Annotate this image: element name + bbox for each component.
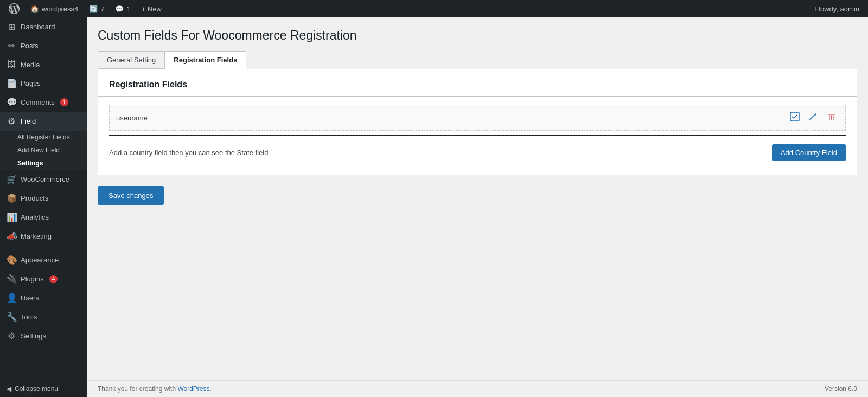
field-check-button[interactable] (788, 111, 802, 125)
edit-icon (808, 112, 818, 121)
field-actions (788, 111, 839, 125)
svg-rect-2 (829, 115, 830, 120)
settings-icon: ⚙ (7, 331, 16, 341)
field-delete-button[interactable] (825, 111, 839, 125)
media-icon: 🖼 (7, 60, 16, 69)
pages-icon: 📄 (7, 78, 16, 88)
comments-badge: 1 (60, 98, 69, 106)
svg-rect-3 (831, 115, 832, 120)
users-icon: 👤 (7, 293, 16, 303)
updates-icon: 🔄 (89, 5, 98, 13)
section-divider (98, 96, 857, 97)
country-message: Add a country field then you can see the… (109, 149, 268, 157)
footer-thanks: Thank you for creating with WordPress. (98, 385, 212, 393)
sidebar-item-pages[interactable]: 📄 Pages (0, 74, 87, 93)
section-title: Registration Fields (109, 80, 846, 89)
submenu-all-register-fields[interactable]: All Register Fields (0, 131, 87, 144)
field-name-username: username (116, 114, 788, 122)
sidebar-item-appearance[interactable]: 🎨 Appearance (0, 251, 87, 270)
table-row: username (109, 105, 846, 131)
collapse-menu-button[interactable]: ◀ Collapse menu (0, 381, 87, 397)
products-icon: 📦 (7, 193, 16, 203)
home-icon: 🏠 (30, 5, 39, 13)
analytics-icon: 📊 (7, 212, 16, 222)
admin-bar: 🏠 wordpress4 🔄 7 💬 1 + New Howdy, admin (0, 0, 868, 17)
field-submenu: All Register Fields Add New Field Settin… (0, 131, 87, 170)
field-edit-button[interactable] (806, 111, 820, 125)
marketing-icon: 📣 (7, 231, 16, 241)
tools-icon: 🔧 (7, 312, 16, 322)
submenu-add-new-field[interactable]: Add New Field (0, 144, 87, 157)
howdy-text: Howdy, admin (815, 5, 864, 13)
comments-icon: 💬 (115, 5, 124, 13)
wp-logo-button[interactable] (4, 0, 24, 17)
sidebar-item-tools[interactable]: 🔧 Tools (0, 308, 87, 326)
new-content-button[interactable]: + New (137, 0, 166, 17)
sidebar-item-marketing[interactable]: 📣 Marketing (0, 227, 87, 246)
footer-version: Version 6.0 (825, 385, 857, 393)
fields-list: username (109, 105, 846, 131)
page-title: Custom Fields For Woocommerce Registrati… (98, 28, 857, 43)
submenu-settings[interactable]: Settings (0, 157, 87, 170)
main-content: Custom Fields For Woocommerce Registrati… (87, 17, 868, 380)
tabs: General Setting Registration Fields (98, 51, 857, 69)
updates-button[interactable]: 🔄 7 (85, 0, 108, 17)
woocommerce-icon: 🛒 (7, 174, 16, 184)
wordpress-link[interactable]: WordPress (177, 385, 209, 393)
svg-rect-1 (828, 114, 835, 115)
check-icon (790, 112, 800, 121)
plugins-badge: 4 (49, 275, 58, 283)
tab-general-setting[interactable]: General Setting (98, 51, 165, 69)
site-name-button[interactable]: 🏠 wordpress4 (26, 0, 82, 17)
sidebar-item-field[interactable]: ⚙ Field (0, 112, 87, 131)
comments-button[interactable]: 💬 1 (111, 0, 135, 17)
sidebar-item-posts[interactable]: ✏ Posts (0, 36, 87, 55)
sidebar: ⊞ Dashboard ✏ Posts 🖼 Media 📄 Pages 💬 Co… (0, 17, 87, 397)
wp-footer: Thank you for creating with WordPress. V… (87, 380, 868, 397)
sidebar-item-users[interactable]: 👤 Users (0, 289, 87, 308)
sidebar-item-analytics[interactable]: 📊 Analytics (0, 208, 87, 227)
sidebar-item-media[interactable]: 🖼 Media (0, 55, 87, 74)
svg-rect-4 (834, 115, 835, 120)
collapse-icon: ◀ (7, 385, 11, 393)
sidebar-item-settings[interactable]: ⚙ Settings (0, 326, 87, 345)
sidebar-divider (0, 248, 87, 248)
content-box: Registration Fields username (98, 69, 857, 175)
posts-icon: ✏ (7, 41, 16, 51)
plugins-icon: 🔌 (7, 274, 16, 284)
wp-logo-icon (9, 3, 20, 14)
tab-registration-fields[interactable]: Registration Fields (165, 51, 246, 69)
sidebar-item-woocommerce[interactable]: 🛒 WooCommerce (0, 170, 87, 189)
sidebar-item-products[interactable]: 📦 Products (0, 189, 87, 208)
sidebar-item-comments[interactable]: 💬 Comments 1 (0, 93, 87, 112)
comments-sidebar-icon: 💬 (7, 97, 16, 107)
sidebar-item-plugins[interactable]: 🔌 Plugins 4 (0, 270, 87, 289)
dashboard-icon: ⊞ (7, 22, 16, 32)
save-changes-button[interactable]: Save changes (98, 186, 164, 205)
field-icon: ⚙ (7, 116, 16, 126)
country-section: Add a country field then you can see the… (109, 135, 846, 164)
appearance-icon: 🎨 (7, 255, 16, 265)
trash-icon (827, 112, 837, 121)
sidebar-item-dashboard[interactable]: ⊞ Dashboard (0, 17, 87, 36)
add-country-button[interactable]: Add Country Field (772, 144, 846, 161)
